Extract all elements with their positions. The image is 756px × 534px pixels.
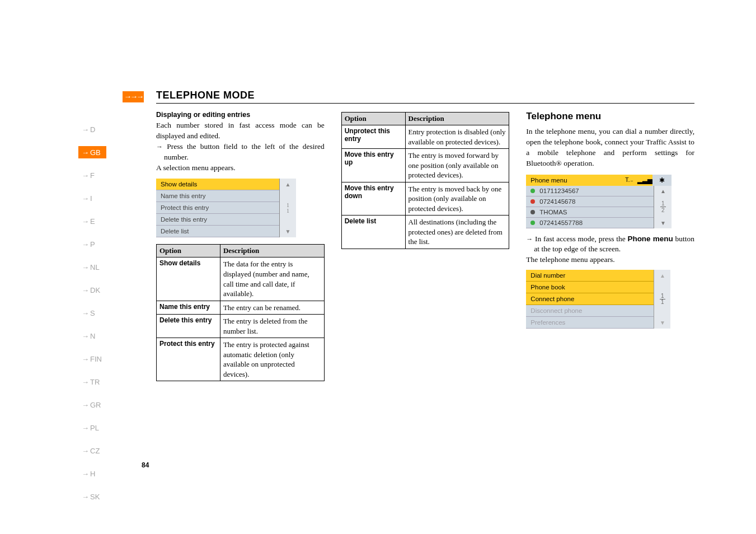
instruction: → In fast access mode, press the Phone m… — [526, 234, 694, 255]
sidebar-lang-i[interactable]: → I — [78, 192, 106, 204]
option-cell: Unprotect this entry — [341, 125, 405, 149]
description-cell: The entry can be renamed. — [220, 301, 324, 315]
menu-item[interactable]: Delete list — [156, 226, 279, 237]
list-item-label: THOMAS — [539, 209, 567, 216]
scroll-up-icon[interactable]: ▲ — [280, 179, 296, 190]
table-row: Name this entryThe entry can be renamed. — [157, 301, 325, 315]
arrow-icon: → — [82, 194, 89, 203]
sidebar-lang-gr[interactable]: → GR — [78, 399, 106, 411]
scroll-up-icon[interactable]: ▲ — [654, 270, 670, 282]
instruction-bold: Phone menu — [627, 235, 673, 243]
bluetooth-icon[interactable]: ✱ — [652, 175, 672, 186]
sidebar-lang-nl[interactable]: → NL — [78, 261, 106, 273]
option-cell: Protect this entry — [157, 338, 220, 381]
sidebar-lang-pl[interactable]: → PL — [78, 421, 106, 434]
sidebar-lang-h[interactable]: → H — [78, 467, 106, 480]
menu-item[interactable]: Connect phone — [526, 293, 654, 305]
arrow-icon: → — [82, 332, 89, 340]
menu-item[interactable]: Delete this entry — [156, 214, 279, 226]
arrow-icon: → — [82, 309, 89, 317]
scroll-down-icon[interactable]: ▼ — [654, 218, 672, 228]
list-item-label: 01711234567 — [539, 188, 579, 194]
list-item-label: 072414557788 — [539, 219, 583, 226]
scroll-indicator: 1 1 — [280, 190, 296, 226]
arrow-icon: → — [82, 470, 89, 478]
table-row: Show detailsThe data for the entry is di… — [157, 257, 325, 301]
scroll-down-icon[interactable]: ▼ — [280, 226, 296, 237]
description-cell: Entry protection is disabled (only avail… — [405, 125, 509, 149]
description-cell: The data for the entry is displayed (num… — [220, 257, 324, 301]
option-cell: Move this entry down — [341, 182, 405, 216]
list-item[interactable]: THOMAS — [526, 207, 654, 218]
table-row: Unprotect this entryEntry protection is … — [341, 125, 509, 149]
arrow-icon: → — [82, 424, 89, 432]
table-row: Delete listAll destinations (including t… — [341, 216, 509, 249]
menu-item[interactable]: Protect this entry — [156, 202, 279, 214]
menu-item[interactable]: Show details — [156, 179, 279, 190]
sidebar-lang-tr[interactable]: → TR — [78, 376, 106, 388]
header-arrows-badge: →→→ — [123, 91, 144, 102]
call-status-icon — [529, 188, 536, 194]
sidebar-lang-s[interactable]: → S — [78, 307, 106, 319]
antenna-icon: T.₋ — [621, 176, 637, 184]
sidebar-lang-d[interactable]: → D — [78, 123, 106, 135]
arrow-icon: → — [82, 286, 89, 294]
menu-item: Preferences — [526, 317, 654, 329]
arrow-icon: → — [526, 235, 533, 243]
call-status-icon — [529, 209, 536, 216]
description-cell: The entry is deleted from the number lis… — [220, 315, 324, 338]
section-title: Telephone menu — [526, 111, 694, 122]
sidebar-lang-f[interactable]: → F — [78, 169, 106, 181]
scrollbar: ▲ 1 2 ▼ — [654, 186, 672, 228]
column-1: Displaying or editing entries Each numbe… — [156, 111, 325, 381]
language-sidebar: → D→ GB→ F→ I→ E→ P→ NL→ DK→ S→ N→ FIN→ … — [78, 123, 106, 503]
paragraph: In the telephone menu, you can dial a nu… — [526, 127, 694, 169]
arrow-icon: → — [82, 355, 89, 363]
phone-menu-header: Phone menu T.₋ ▂▃▅ ✱ — [526, 175, 672, 186]
sidebar-lang-dk[interactable]: → DK — [78, 284, 106, 296]
table-row: Protect this entryThe entry is protected… — [157, 338, 325, 381]
option-cell: Move this entry up — [341, 149, 405, 182]
option-cell: Show details — [157, 257, 220, 301]
arrow-icon: → — [82, 240, 89, 249]
phone-menu-screenshot: Phone menu T.₋ ▂▃▅ ✱ 0171123456707241456… — [526, 175, 672, 228]
scroll-down-icon[interactable]: ▼ — [654, 317, 670, 329]
arrow-icon: → — [82, 378, 89, 386]
menu-item[interactable]: Phone book — [526, 282, 654, 293]
table-header-description: Description — [405, 113, 509, 125]
sidebar-lang-sk[interactable]: → SK — [78, 490, 106, 503]
sidebar-lang-cz[interactable]: → CZ — [78, 444, 106, 457]
list-item-label: 0724145678 — [539, 198, 575, 205]
selection-menu-screenshot: Show detailsName this entryProtect this … — [156, 179, 296, 237]
scroll-up-icon[interactable]: ▲ — [654, 186, 672, 196]
table-row: Move this entry upThe entry is moved for… — [341, 149, 509, 182]
option-cell: Delete list — [341, 216, 405, 249]
sidebar-lang-fin[interactable]: → FIN — [78, 353, 106, 365]
list-item[interactable]: 0724145678 — [526, 196, 654, 207]
paragraph: A selection menu appears. — [156, 163, 325, 174]
scroll-indicator: 1 1 — [654, 282, 670, 317]
description-cell: The entry is moved forward by one positi… — [405, 149, 509, 182]
menu-item[interactable]: Dial number — [526, 270, 654, 282]
header-rule — [156, 103, 694, 104]
sidebar-lang-gb[interactable]: → GB — [78, 146, 106, 158]
sidebar-lang-e[interactable]: → E — [78, 215, 106, 227]
arrow-icon: → — [82, 171, 89, 180]
phone-menu-title: Phone menu — [526, 175, 621, 186]
scrollbar: ▲ 1 1 ▼ — [279, 179, 296, 237]
column-2: Option Description Unprotect this entryE… — [341, 111, 510, 381]
arrow-icon: → — [82, 263, 89, 271]
subheading: Displaying or editing entries — [156, 111, 325, 119]
arrow-icon: → — [156, 143, 163, 151]
page-number: 84 — [142, 461, 149, 469]
content-columns: Displaying or editing entries Each numbe… — [156, 111, 694, 381]
list-item[interactable]: 072414557788 — [526, 218, 654, 228]
sidebar-lang-n[interactable]: → N — [78, 330, 106, 342]
page-title: TELEPHONE MODE — [156, 90, 255, 101]
description-cell: The entry is protected against automatic… — [220, 338, 324, 381]
menu-item[interactable]: Name this entry — [156, 190, 279, 202]
list-item[interactable]: 01711234567 — [526, 186, 654, 196]
scroll-indicator: 1 2 — [654, 196, 672, 218]
arrow-icon: → — [82, 447, 89, 455]
sidebar-lang-p[interactable]: → P — [78, 238, 106, 250]
